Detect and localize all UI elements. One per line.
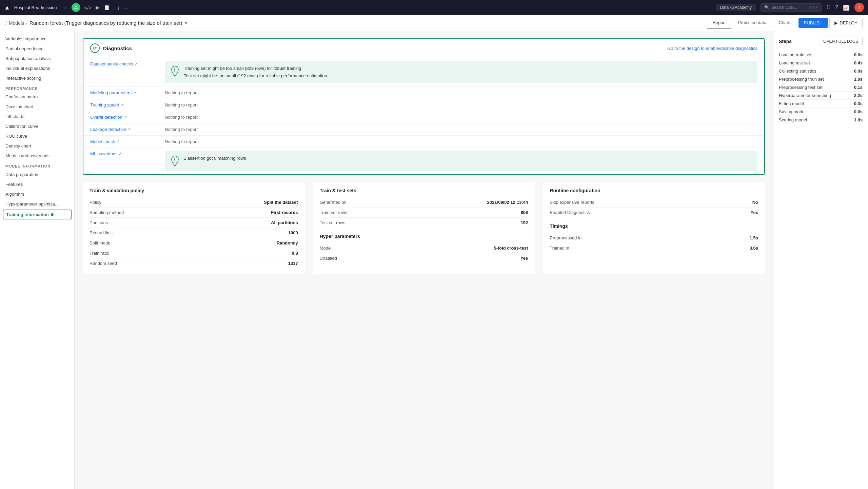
sidebar-item-metrics[interactable]: Metrics and assertions: [0, 151, 74, 161]
second-nav: / Models / Random forest (Trigger diagno…: [0, 15, 868, 31]
tt-val-train-rows: 808: [403, 208, 528, 218]
open-logs-button[interactable]: OPEN FULL LOGS: [819, 37, 863, 46]
tv-val-split-mode: Randomly: [194, 238, 298, 248]
diag-label-ml-assertions[interactable]: ML assertions ↗: [90, 151, 165, 156]
sidebar-item-confusion[interactable]: Confusion matrix: [0, 92, 74, 102]
publish-button[interactable]: PUBLISH: [798, 18, 828, 28]
tt-row-test-rows: Test set rows 192: [320, 218, 528, 228]
deploy-button[interactable]: ▶ DEPLOY: [829, 18, 863, 28]
training-label: Training information: [6, 212, 49, 217]
hp-label-mode: Mode: [320, 243, 390, 253]
tt-label-generated: Generated on: [320, 197, 403, 208]
search-placeholder: Search DSS...: [771, 5, 797, 10]
step-row: Preprocessing test set0.1s: [779, 83, 863, 92]
search-box[interactable]: 🔍 Search DSS... ⌘⇧F: [761, 3, 822, 12]
design-link[interactable]: Go to the design to enable/disable diagn…: [667, 46, 757, 51]
steps-panel: Steps OPEN FULL LOGS Loading train set0.…: [773, 31, 868, 489]
diag-value-overfit: Nothing to report: [165, 115, 198, 120]
breadcrumb-models[interactable]: Models: [9, 20, 24, 26]
svg-text:!: !: [174, 158, 175, 162]
step-row: Hyperparameter searching2.2s: [779, 92, 863, 100]
ext-icon-training-speed: ↗: [121, 103, 124, 107]
tt-val-test-rows: 192: [403, 218, 528, 228]
sidebar-item-lift[interactable]: Lift charts: [0, 112, 74, 121]
tv-label-random-seed: Random seed: [90, 258, 194, 269]
sidebar-item-calibration[interactable]: Calibration curve: [0, 121, 74, 131]
diag-row-leakage: Leakage detection ↗ Nothing to report: [83, 123, 764, 136]
sidebar-item-roc[interactable]: ROC curve: [0, 131, 74, 141]
train-validation-title: Train & validation policy: [90, 188, 298, 193]
step-time: 0.3s: [854, 101, 863, 106]
tv-val-policy: Split the dataset: [194, 197, 298, 208]
step-name: Loading test set: [779, 60, 810, 65]
recycle-icon[interactable]: ♺: [72, 3, 80, 12]
ext-icon-model-check: ↗: [116, 139, 119, 144]
dropdown-icon[interactable]: ▼: [184, 21, 188, 25]
hp-label-stratified: Stratified: [320, 253, 390, 263]
grid-icon[interactable]: ⬚: [114, 4, 119, 11]
breadcrumb: / Models / Random forest (Trigger diagno…: [5, 20, 188, 26]
sidebar-item-hyperparams[interactable]: Hyperparameter optimiza...: [0, 199, 74, 209]
search-icon: 🔍: [764, 5, 769, 10]
diag-label-training-speed[interactable]: Training speed ↗: [90, 102, 165, 107]
sidebar-item-interactive[interactable]: Interactive scoring: [0, 73, 74, 83]
apps-icon[interactable]: ⠿: [826, 4, 830, 11]
main-layout: Variables importance Partial dependence …: [0, 31, 868, 489]
sidebar-item-variables[interactable]: Variables importance: [0, 34, 74, 44]
ext-icon-modeling: ↗: [133, 91, 136, 95]
svg-text:!: !: [174, 68, 175, 73]
more-icon[interactable]: ···: [123, 5, 127, 11]
tt-val-generated: 2021/09/02 12:13:44: [403, 197, 528, 208]
diag-label-dataset[interactable]: Dataset sanity checks ↗: [90, 61, 165, 66]
sidebar-item-training[interactable]: Training information: [3, 210, 72, 219]
diag-label-overfit[interactable]: Overfit detection ↗: [90, 115, 165, 120]
tab-report[interactable]: Report: [707, 17, 731, 28]
avatar[interactable]: T: [854, 3, 864, 12]
tv-label-train-ratio: Train ratio: [90, 248, 194, 258]
tv-label-record-limit: Record limit: [90, 228, 194, 238]
sidebar-item-partial[interactable]: Partial dependence: [0, 44, 74, 54]
sidebar-item-density[interactable]: Density chart: [0, 141, 74, 151]
step-name: Scoring model: [779, 117, 807, 122]
code-icon[interactable]: </>: [84, 5, 92, 11]
project-name[interactable]: Hospital Readmission: [14, 5, 57, 10]
tv-val-train-ratio: 0.8: [194, 248, 298, 258]
runtime-title: Runtime configuration: [550, 188, 758, 193]
analytics-icon[interactable]: 📈: [843, 4, 850, 11]
diag-value-model-check: Nothing to report: [165, 139, 198, 144]
tv-row-sampling: Sampling method First records: [90, 208, 298, 218]
breadcrumb-sep0: /: [5, 20, 7, 26]
diag-label-model-check[interactable]: Model check ↗: [90, 139, 165, 144]
tab-predicted-data[interactable]: Predicted data: [732, 17, 772, 28]
step-row: Collecting statistics0.0s: [779, 67, 863, 75]
step-name: Preprocessing train set: [779, 77, 824, 82]
sidebar-item-algorithm[interactable]: Algorithm: [0, 189, 74, 199]
content-area: ⟳ Diagnostics Go to the design to enable…: [75, 31, 773, 489]
deploy-label: DEPLOY: [840, 20, 857, 25]
tv-val-record-limit: 1000: [194, 228, 298, 238]
sidebar-item-decision[interactable]: Decision chart: [0, 102, 74, 112]
tt-label-test-rows: Test set rows: [320, 218, 403, 228]
sidebar-item-features[interactable]: Features: [0, 179, 74, 189]
step-row: Preprocessing train set1.0s: [779, 75, 863, 83]
tab-charts[interactable]: Charts: [773, 17, 797, 28]
diag-label-modeling[interactable]: Modeling parameters ↗: [90, 90, 165, 95]
step-time: 0.4s: [854, 60, 863, 65]
diag-label-leakage[interactable]: Leakage detection ↗: [90, 127, 165, 132]
tv-row-train-ratio: Train ratio 0.8: [90, 248, 298, 258]
tim-label-trained: Trained in: [550, 243, 714, 253]
help-icon[interactable]: ?: [835, 4, 838, 11]
clipboard-icon[interactable]: 📋: [104, 4, 110, 11]
step-row: Loading train set0.0s: [779, 51, 863, 59]
arrow-icon[interactable]: →: [62, 5, 67, 11]
step-name: Fitting model: [779, 101, 804, 106]
rt-row-diagnostics: Enabled Diagnostics Yes: [550, 208, 758, 218]
play-icon[interactable]: ▶: [96, 4, 100, 11]
sidebar-item-data-prep[interactable]: Data preparation: [0, 170, 74, 179]
step-row: Fitting model0.3s: [779, 100, 863, 108]
sidebar-item-subpopulation[interactable]: Subpopulation analysis: [0, 54, 74, 63]
tv-row-random-seed: Random seed 1337: [90, 258, 298, 269]
diag-warning-dataset: ! Training set might be too small (808 r…: [165, 61, 757, 83]
sidebar-item-individual[interactable]: Individual explanations: [0, 63, 74, 73]
breadcrumb-sep1: /: [26, 20, 27, 26]
